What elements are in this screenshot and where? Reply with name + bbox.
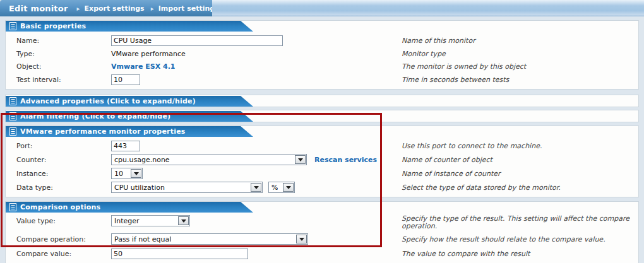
document-icon [9,203,16,211]
form-row-test-interval: Test interval: Time in seconds between t… [6,73,638,86]
counter-dropdown-button[interactable] [295,155,306,164]
chevron-down-icon [286,186,291,189]
type-value: VMware performance [111,50,402,58]
port-description: Use this port to connect to the machine. [402,143,638,149]
page-title: Edit monitor [9,4,68,13]
chevron-down-icon [181,219,186,223]
counter-label: Counter: [16,156,111,164]
instance-dropdown[interactable]: 10 [111,168,143,179]
counter-dropdown-value: cpu.usage.none [112,156,170,164]
data-type-dropdown-value: CPU utilization [112,184,165,192]
section-alarm-filtering: Alarm filtering (Click to expand/hide) [5,110,639,122]
instance-label: Instance: [16,170,111,178]
chevron-down-icon [134,172,139,175]
type-description: Monitor type [402,50,638,57]
instance-dropdown-value: 10 [112,170,123,178]
data-type-label: Data type: [16,184,111,192]
form-row-object: Object: Vmware ESX 4.1 The monitor is ow… [6,60,638,73]
section-header-comparison-options: Comparison options [6,202,253,213]
section-advanced-properties: Advanced properties (Click to expand/hid… [5,95,639,107]
instance-description: Name of instance of counter [402,170,638,177]
import-settings-link[interactable]: Import settings [158,4,219,13]
section-vmware-properties: VMware performance monitor properties Po… [5,126,639,197]
chevron-down-icon [299,238,304,241]
arrow-icon: ▸ [151,5,154,12]
section-title: Alarm filtering (Click to expand/hide) [20,112,170,120]
section-title: Comparison options [20,203,100,211]
top-bar-left: Edit monitor ▸ Export settings ▸ Import … [0,0,212,16]
object-description: The monitor is owned by this object [402,63,638,70]
section-comparison-options: Comparison options Value type: Integer S… [5,201,639,263]
data-type-dropdown[interactable]: CPU utilization [111,182,263,193]
document-icon [9,112,16,120]
form-row-name: Name: Name of this monitor [6,33,638,47]
compare-value-description: The value to compare with the result [402,250,638,257]
compare-operation-dropdown[interactable]: Pass if not equal [111,233,308,245]
name-label: Name: [16,37,111,45]
section-header-vmware-properties: VMware performance monitor properties [6,126,253,137]
unit-dropdown[interactable]: % [268,182,295,193]
value-type-dropdown-button[interactable] [178,216,189,225]
top-bar-fill [212,0,644,16]
form-row-type: Type: VMware performance Monitor type [6,47,638,60]
arrow-icon: ▸ [77,5,80,12]
counter-dropdown[interactable]: cpu.usage.none [111,154,307,165]
export-settings-link[interactable]: Export settings [85,4,145,13]
compare-operation-dropdown-button[interactable] [296,235,307,243]
compare-value-label: Compare value: [16,250,111,258]
form-row-value-type: Value type: Integer Specify the type of … [6,214,638,231]
object-label: Object: [16,62,111,71]
section-title: Basic properties [20,22,86,30]
form-row-compare-operation: Compare operation: Pass if not equal Spe… [6,231,638,247]
form-row-instance: Instance: 10 Name of instance of counter [6,167,638,180]
top-bar: Edit monitor ▸ Export settings ▸ Import … [0,0,644,16]
name-description: Name of this monitor [402,37,638,44]
section-header-basic-properties: Basic properties [6,21,253,32]
test-interval-label: Test interval: [16,76,111,84]
section-title: VMware performance monitor properties [20,127,186,136]
test-interval-input[interactable] [111,74,140,85]
form-row-port: Port: Use this port to connect to the ma… [6,139,638,153]
edit-monitor-page: Edit monitor ▸ Export settings ▸ Import … [0,0,644,263]
value-type-dropdown[interactable]: Integer [111,215,190,226]
section-basic-properties: Basic properties Name: Name of this moni… [5,20,639,90]
form-row-counter: Counter: cpu.usage.none Rescan services … [6,153,638,167]
document-icon [9,127,16,136]
type-label: Type: [16,50,111,58]
compare-operation-dropdown-value: Pass if not equal [112,235,171,243]
form-row-compare-value: Compare value: The value to compare with… [6,247,638,260]
document-icon [9,22,16,30]
test-interval-description: Time in seconds between tests [402,76,638,83]
chevron-down-icon [298,158,303,161]
value-type-dropdown-value: Integer [112,217,140,225]
document-icon [9,97,16,105]
section-title: Advanced properties (Click to expand/hid… [20,97,196,105]
form-row-data-type: Data type: CPU utilization % Select the … [6,180,638,194]
name-input[interactable] [111,35,283,46]
compare-operation-label: Compare operation: [16,235,111,243]
compare-value-input[interactable] [111,248,248,259]
section-header-alarm-filtering[interactable]: Alarm filtering (Click to expand/hide) [6,111,253,122]
data-type-description: Select the type of data stored by the mo… [402,184,638,191]
rescan-services-link[interactable]: Rescan services [314,156,377,164]
chevron-down-icon [254,186,259,189]
value-type-label: Value type: [16,215,111,225]
port-label: Port: [16,142,111,150]
section-header-advanced-properties[interactable]: Advanced properties (Click to expand/hid… [6,96,253,107]
unit-dropdown-button[interactable] [283,183,294,192]
counter-description: Name of counter of object [402,156,638,163]
compare-operation-description: Specify how the result should relate to … [402,236,638,243]
unit-dropdown-value: % [269,184,278,192]
port-input[interactable] [111,141,140,151]
value-type-description: Specify the type of the result. This set… [402,215,638,230]
data-type-dropdown-button[interactable] [251,183,261,192]
instance-dropdown-button[interactable] [131,169,141,178]
object-link[interactable]: Vmware ESX 4.1 [111,62,176,71]
